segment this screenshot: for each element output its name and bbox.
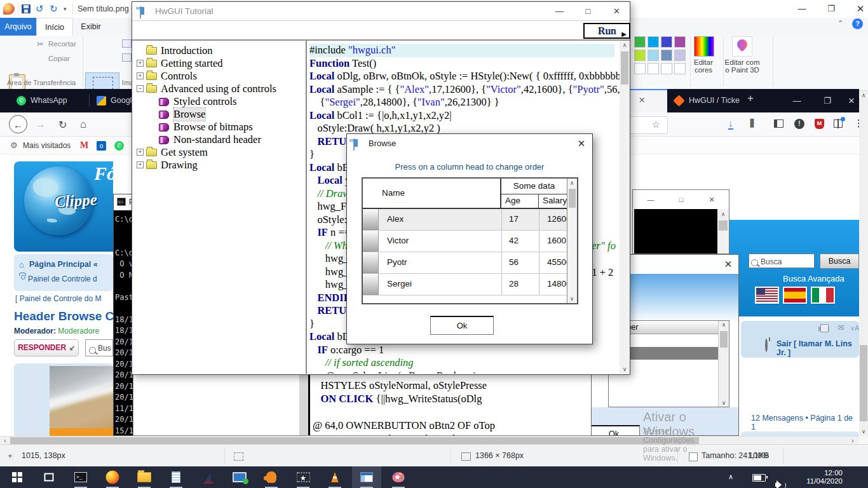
scroll-thumb[interactable]: [10, 437, 699, 444]
expand-icon[interactable]: +: [137, 149, 144, 156]
reload-button[interactable]: ↻: [58, 119, 67, 131]
tab-inicio[interactable]: Início: [36, 18, 73, 36]
color-swatch[interactable]: [661, 63, 672, 74]
table-row[interactable]: Victor421600: [363, 231, 567, 252]
gmail-icon[interactable]: M: [80, 140, 88, 151]
mail-icon[interactable]: ✉: [837, 323, 844, 332]
ribbon-collapse-icon[interactable]: ⌃: [837, 19, 843, 27]
browser-minimize-button[interactable]: —: [784, 89, 810, 112]
color-swatch[interactable]: [634, 36, 646, 48]
color-swatch[interactable]: [634, 50, 646, 61]
taskbar-firefox-button[interactable]: [98, 466, 127, 488]
taskbar-vlc-button[interactable]: [320, 466, 349, 488]
downloads-icon[interactable]: ↓: [728, 118, 733, 130]
taskbar-boat-button[interactable]: [193, 466, 222, 488]
row-header[interactable]: [363, 274, 379, 295]
taskbar-explorer-button[interactable]: [130, 466, 159, 488]
link-pagina-principal[interactable]: Página Principal «: [29, 260, 98, 269]
mcafee-shield-icon[interactable]: M: [815, 119, 824, 129]
copy-label[interactable]: Copiar: [48, 55, 70, 62]
column-header-name[interactable]: Name: [363, 179, 501, 209]
scroll-down-icon[interactable]: ∨: [719, 400, 729, 406]
color-swatch[interactable]: [648, 63, 659, 74]
scroll-up-icon[interactable]: ∧: [567, 180, 576, 186]
crop-icon[interactable]: [122, 39, 132, 48]
sidebar-icon[interactable]: [774, 119, 783, 128]
browser-maximize-button[interactable]: ❐: [815, 89, 840, 112]
expand-icon[interactable]: +: [137, 72, 144, 79]
column-header-group[interactable]: Some data: [501, 179, 567, 194]
tab-close-icon[interactable]: ✕: [639, 96, 645, 105]
table-row[interactable]: Alex1712600: [363, 209, 567, 231]
color-swatch[interactable]: [634, 63, 646, 74]
row-header[interactable]: [363, 252, 379, 273]
undo-icon[interactable]: ↺: [36, 4, 44, 13]
number-dialog-close-icon[interactable]: ✕: [722, 259, 734, 270]
taskbar-paint-button[interactable]: [384, 466, 413, 488]
paint3d-icon[interactable]: [732, 36, 752, 57]
taskbar-hwgui-button[interactable]: [352, 466, 381, 488]
tree-item-drawing[interactable]: +Drawing: [133, 159, 306, 172]
gift-extension-icon[interactable]: [834, 119, 843, 128]
flag-it-icon[interactable]: [812, 288, 834, 302]
tab-whatsapp[interactable]: ✆ WhatsApp: [17, 92, 67, 110]
busca-avancada-link[interactable]: Busca Avançada: [783, 274, 844, 283]
edit-colors-icon[interactable]: [694, 36, 714, 57]
cut-label[interactable]: Recortar: [48, 40, 76, 48]
browse-dialog-close-icon[interactable]: ✕: [574, 138, 588, 149]
urlbar-fragment[interactable]: ☆: [626, 116, 668, 134]
collapse-icon[interactable]: −: [137, 85, 144, 92]
vscrollbar[interactable]: ∧: [717, 209, 729, 254]
taskbar-video-button[interactable]: ★: [288, 466, 318, 488]
taskbar-cmd-button[interactable]: >_: [66, 466, 95, 488]
table-row[interactable]: Sergei2814800: [363, 274, 567, 295]
color-swatch[interactable]: [648, 36, 659, 48]
scroll-thumb[interactable]: [860, 345, 867, 421]
browse-ok-button[interactable]: Ok: [430, 316, 494, 335]
scroll-up-icon[interactable]: ∧: [859, 92, 868, 98]
help-icon[interactable]: ?: [852, 18, 863, 29]
outlook-icon[interactable]: o: [97, 141, 106, 151]
home-button[interactable]: ⌂: [80, 118, 86, 131]
flag-es-icon[interactable]: [784, 288, 806, 302]
scroll-thumb[interactable]: [719, 220, 728, 231]
tree-item-advanced-using-of-controls[interactable]: −Advanced using of controls: [133, 83, 306, 95]
tray-chevron-icon[interactable]: ∧: [728, 473, 733, 481]
color-swatch[interactable]: [661, 36, 672, 48]
color-swatch[interactable]: [674, 63, 686, 74]
breadcrumb[interactable]: [ Painel de Controle do M: [15, 294, 101, 303]
tutorial-close-button[interactable]: ✕: [602, 2, 631, 21]
quick-access-caret-icon[interactable]: ▾: [64, 6, 67, 12]
tree-item-controls[interactable]: +Controls: [133, 70, 306, 83]
back-button[interactable]: ←: [9, 115, 27, 133]
table-row[interactable]: Pyotr5645500: [363, 252, 567, 274]
edit-colors-label[interactable]: Editar cores: [686, 58, 721, 74]
overflow-menu-icon[interactable]: ⋮: [854, 118, 859, 129]
number-dialog-ok-button[interactable]: Ok: [591, 425, 640, 436]
scroll-up-icon[interactable]: ∧: [717, 211, 729, 217]
scroll-down-icon[interactable]: ∨: [859, 428, 868, 435]
resize-icon[interactable]: [122, 53, 132, 62]
forward-button[interactable]: →: [36, 119, 46, 130]
browse-dialog-titlebar[interactable]: Browse ✕: [347, 134, 592, 153]
column-header-salary[interactable]: Salary: [539, 194, 567, 209]
flag-us-icon[interactable]: [756, 288, 778, 302]
color-swatch[interactable]: [648, 50, 659, 61]
tab-exibir[interactable]: Exibir: [73, 18, 109, 36]
tree-item-getting-started[interactable]: +Getting started: [133, 57, 306, 70]
row-header[interactable]: [363, 231, 379, 252]
row-header[interactable]: [363, 209, 379, 230]
clock[interactable]: 12:00 11/04/2020: [790, 469, 843, 485]
tree-item-browse[interactable]: Browse: [133, 108, 306, 121]
maximize-icon[interactable]: □: [675, 194, 688, 205]
tab-arquivo[interactable]: Arquivo: [0, 18, 36, 36]
taskbar-start-button[interactable]: [3, 466, 32, 488]
cut-icon[interactable]: ✂: [37, 39, 44, 49]
tree-item-get-system[interactable]: +Get system: [133, 146, 306, 159]
speaker-icon[interactable]: [775, 480, 785, 488]
scroll-down-icon[interactable]: ∨: [620, 366, 630, 372]
gear-icon[interactable]: ⚙: [10, 137, 18, 154]
color-swatch[interactable]: [674, 36, 686, 48]
moderator-value[interactable]: Moderadore: [58, 327, 99, 336]
scroll-up-icon[interactable]: ∧: [719, 322, 729, 328]
